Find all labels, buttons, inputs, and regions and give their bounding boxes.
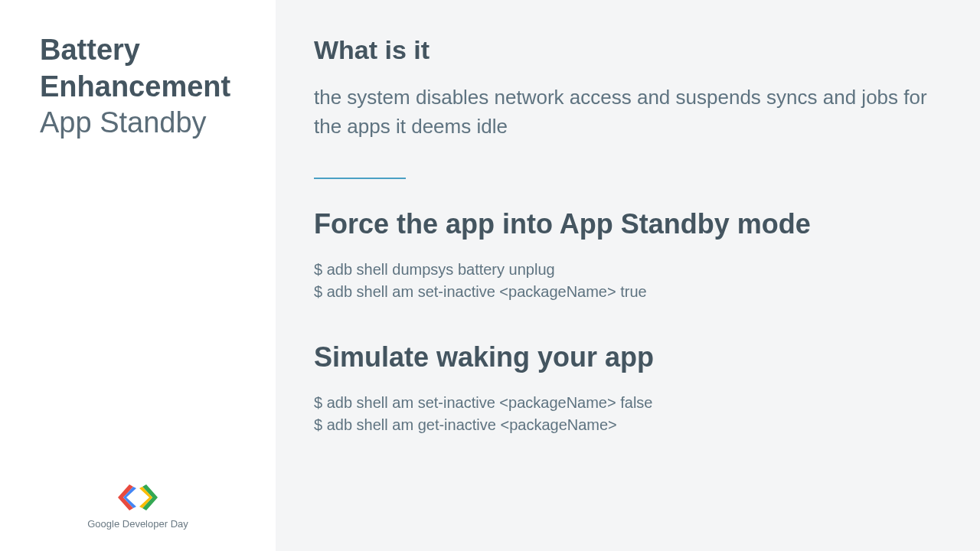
logo-text-light: Developer Day <box>119 518 188 530</box>
logo-text: Google Developer Day <box>0 518 276 530</box>
title-line1: Battery <box>40 32 253 69</box>
section2-heading: Force the app into App Standby mode <box>314 208 934 240</box>
section2-code: $ adb shell dumpsys battery unplug $ adb… <box>314 259 934 303</box>
code-line: $ adb shell am set-inactive <packageName… <box>314 392 934 414</box>
right-panel: What is it the system disables network a… <box>276 0 980 551</box>
section3-code: $ adb shell am set-inactive <packageName… <box>314 392 934 436</box>
logo-text-bold: Google <box>87 518 119 530</box>
title-line2: Enhancement <box>40 69 253 106</box>
code-line: $ adb shell dumpsys battery unplug <box>314 259 934 281</box>
section1-heading: What is it <box>314 35 934 65</box>
code-line: $ adb shell am get-inactive <packageName… <box>314 414 934 436</box>
left-panel: Battery Enhancement App Standby Google D… <box>0 0 276 551</box>
code-line: $ adb shell am set-inactive <packageName… <box>314 281 934 303</box>
google-developers-icon <box>116 484 159 514</box>
section1-body: the system disables network access and s… <box>314 83 934 141</box>
slide: Battery Enhancement App Standby Google D… <box>0 0 980 551</box>
footer-logo: Google Developer Day <box>0 484 276 530</box>
section3-heading: Simulate waking your app <box>314 341 934 373</box>
divider <box>314 178 406 179</box>
subtitle: App Standby <box>40 105 253 142</box>
